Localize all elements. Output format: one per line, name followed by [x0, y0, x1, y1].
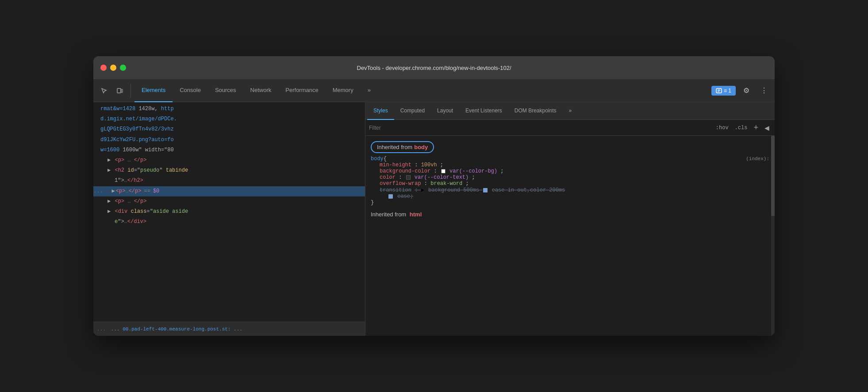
- css-prop-background-color: background-color : var(--color-bg) ;: [371, 168, 769, 174]
- transition-checkbox: [483, 188, 488, 192]
- color-swatch-bg: [441, 169, 446, 173]
- dom-link-4[interactable]: gLQPGtEG3y0fTn4v82/3vhz: [100, 126, 174, 132]
- main-toolbar: Elements Console Sources Network Perform…: [93, 79, 775, 102]
- color-swatch-text: [406, 175, 411, 180]
- dom-link-2[interactable]: http: [161, 106, 174, 112]
- dom-link-3[interactable]: d.imgix.net/image/dPDCe.: [100, 116, 177, 122]
- styles-panel: Styles Computed Layout Event Listeners D…: [365, 102, 775, 336]
- dom-link-5[interactable]: d9lJKcYw2FU.png?auto=fo: [100, 137, 174, 143]
- tab-layout[interactable]: Layout: [431, 102, 459, 120]
- notifications-badge[interactable]: ≡ 1: [711, 86, 736, 96]
- dom-line-2: d.imgix.net/image/dPDCe.: [93, 114, 365, 124]
- breadcrumb-link[interactable]: ... 00.pad-left-400.measure-long.post.st…: [111, 327, 242, 332]
- window-controls: [100, 65, 126, 71]
- inherited-html-header: Inherited from html: [365, 209, 775, 219]
- dom-line-3: gLQPGtEG3y0fTn4v82/3vhz: [93, 124, 365, 135]
- transition-arrow-icon: ▶: [421, 187, 424, 193]
- css-prop-color: color : var(--color-text) ;: [371, 174, 769, 181]
- dom-breadcrumb: ... ... 00.pad-left-400.measure-long.pos…: [93, 322, 365, 336]
- more-options-button[interactable]: ⋮: [757, 84, 771, 98]
- styles-tabs-bar: Styles Computed Layout Event Listeners D…: [365, 102, 775, 120]
- tab-memory[interactable]: Memory: [326, 79, 361, 102]
- device-toggle-button[interactable]: [113, 84, 127, 98]
- inherited-body-label: Inherited from body: [371, 141, 434, 153]
- scrollbar-thumb[interactable]: [771, 136, 775, 216]
- tab-console[interactable]: Console: [173, 79, 208, 102]
- dom-line-7b: 1">…</h2>: [93, 176, 365, 186]
- window-title: DevTools - developer.chrome.com/blog/new…: [357, 65, 511, 71]
- devtools-main: Elements Console Sources Network Perform…: [93, 79, 775, 336]
- css-prop-transition-cont: ease;: [371, 193, 769, 200]
- dom-line-10: ▶ <div class="aside aside: [93, 207, 365, 217]
- svg-rect-1: [121, 89, 123, 92]
- css-prop-transition: transition : ▶ background 500ms ease-in-…: [371, 187, 769, 193]
- toolbar-right: ≡ 1 ⚙ ⋮: [711, 84, 771, 98]
- tab-styles[interactable]: Styles: [367, 102, 394, 120]
- toggle-styles-button[interactable]: ◀: [763, 124, 771, 131]
- devtools-window: DevTools - developer.chrome.com/blog/new…: [93, 56, 775, 336]
- filter-bar: :hov .cls + ◀: [365, 120, 775, 136]
- dom-line-7: ▶ <h2 id="pseudo" tabinde: [93, 165, 365, 176]
- cls-button[interactable]: .cls: [733, 124, 749, 132]
- tab-more[interactable]: »: [361, 79, 378, 102]
- dom-panel: rmat&w=1428 1428w, http d.imgix.net/imag…: [93, 102, 365, 336]
- dom-line-10b: e">…</div>: [93, 217, 365, 227]
- dom-line-4: d9lJKcYw2FU.png?auto=fo: [93, 135, 365, 145]
- tab-dom-breakpoints[interactable]: DOM Breakpoints: [508, 102, 563, 120]
- filter-actions: :hov .cls + ◀: [714, 123, 771, 132]
- main-tabs: Elements Console Sources Network Perform…: [134, 79, 378, 102]
- hov-button[interactable]: :hov: [714, 124, 730, 132]
- css-rule-header: body { (index):: [371, 156, 769, 162]
- css-rule-close: }: [371, 200, 769, 206]
- dom-link-1[interactable]: rmat&w=1428: [100, 106, 135, 112]
- styles-content[interactable]: Inherited from body body { (index):: [365, 136, 775, 336]
- add-style-button[interactable]: +: [752, 123, 760, 132]
- dom-line-8: ... ▶ <p> … </p> == $0: [93, 186, 365, 196]
- tab-network[interactable]: Network: [243, 79, 279, 102]
- content-area: rmat&w=1428 1428w, http d.imgix.net/imag…: [93, 102, 775, 336]
- tab-sources[interactable]: Sources: [208, 79, 243, 102]
- inherited-body-header: Inherited from body: [365, 139, 775, 156]
- css-prop-overflow-wrap: overflow-wrap : break-word ;: [371, 181, 769, 187]
- tab-computed[interactable]: Computed: [394, 102, 431, 120]
- svg-rect-0: [117, 88, 121, 93]
- tab-styles-more[interactable]: »: [563, 102, 578, 120]
- dom-line-1: rmat&w=1428 1428w, http: [93, 104, 365, 114]
- tab-performance[interactable]: Performance: [278, 79, 325, 102]
- scrollbar-track: [771, 136, 775, 336]
- transition-checkbox-2: [388, 194, 393, 199]
- tab-event-listeners[interactable]: Event Listeners: [459, 102, 508, 120]
- titlebar: DevTools - developer.chrome.com/blog/new…: [93, 56, 775, 79]
- body-css-rule: body { (index): min-height : 100vh ;: [365, 156, 775, 206]
- dom-line-5: w=1600 1600w" width="80: [93, 145, 365, 155]
- dom-tree[interactable]: rmat&w=1428 1428w, http d.imgix.net/imag…: [93, 102, 365, 322]
- settings-button[interactable]: ⚙: [739, 84, 753, 98]
- css-prop-min-height: min-height : 100vh ;: [371, 162, 769, 168]
- filter-input[interactable]: [369, 125, 714, 131]
- tab-elements[interactable]: Elements: [134, 79, 173, 102]
- dom-line-9: ▶ <p> … </p>: [93, 196, 365, 207]
- dom-link-6[interactable]: w=1600: [100, 147, 119, 153]
- close-button[interactable]: [100, 65, 107, 71]
- maximize-button[interactable]: [120, 65, 126, 71]
- dom-line-6: ▶ <p> … </p>: [93, 155, 365, 165]
- element-picker-button[interactable]: [97, 84, 111, 98]
- minimize-button[interactable]: [110, 65, 116, 71]
- tool-icons: [97, 84, 131, 98]
